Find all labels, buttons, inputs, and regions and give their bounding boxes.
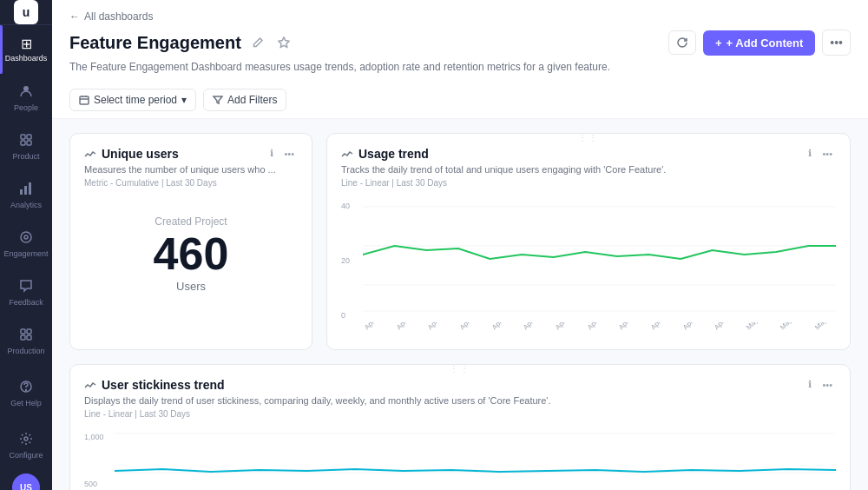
sidebar-label-help: Get Help: [10, 399, 42, 407]
y-label-40: 40: [341, 202, 359, 210]
metric-label: Created Project: [155, 215, 227, 228]
x-label: Apr 18: [522, 322, 551, 341]
usage-trend-info-button[interactable]: ℹ: [805, 146, 815, 161]
stickiness-info-button[interactable]: ℹ: [805, 377, 815, 392]
unique-users-meta: Metric - Cumulative | Last 30 Days: [84, 178, 298, 188]
svg-point-16: [24, 437, 28, 440]
svg-rect-5: [20, 189, 23, 195]
product-icon: [19, 133, 33, 149]
x-label: Apr 08: [363, 322, 392, 341]
avatar[interactable]: US: [12, 473, 40, 490]
x-label: May 02: [745, 322, 776, 341]
stickiness-header: User stickiness trend ℹ •••: [84, 377, 836, 392]
unique-users-widget: Unique users ℹ ••• Measures the number o…: [69, 133, 312, 350]
x-label: Apr 14: [458, 322, 488, 341]
usage-trend-header: Usage trend ℹ •••: [341, 146, 836, 161]
sidebar-label-engagement: Engagement: [3, 249, 48, 258]
refresh-button[interactable]: [668, 30, 696, 55]
edit-button[interactable]: [248, 35, 267, 50]
unique-users-header: Unique users ℹ •••: [84, 146, 298, 161]
filter-icon: [213, 95, 223, 105]
svg-rect-3: [21, 141, 25, 145]
stickiness-meta: Line - Linear | Last 30 Days: [84, 409, 836, 419]
add-filters-button[interactable]: Add Filters: [203, 89, 286, 111]
back-link[interactable]: ← All dashboards: [69, 10, 851, 23]
x-label: Apr 16: [490, 322, 520, 341]
feedback-icon: [19, 279, 33, 295]
stickiness-desc: Displays the daily trend of user stickin…: [84, 395, 836, 406]
add-content-button[interactable]: + + Add Content: [703, 30, 815, 56]
x-label: May 04: [779, 322, 810, 341]
svg-rect-2: [27, 135, 31, 139]
sidebar-item-analytics[interactable]: Analytics: [0, 171, 52, 220]
sidebar-label-production: Production: [7, 347, 44, 355]
engagement-icon: [19, 230, 33, 247]
usage-trend-y-labels: 40 20 0: [341, 198, 363, 337]
header-title-row: Feature Engagement + + Add Content •••: [69, 30, 851, 56]
star-button[interactable]: [274, 35, 293, 50]
stickiness-drag-handle: ⋮⋮: [450, 364, 470, 374]
sidebar-bottom: Production Get Help Configure US: [0, 317, 52, 490]
sidebar-item-get-help[interactable]: Get Help: [0, 369, 52, 418]
sidebar-item-dashboards[interactable]: ⊞ Dashboards: [0, 25, 52, 74]
stickiness-chart-icon: [84, 379, 96, 391]
sidebar-item-people[interactable]: People: [0, 74, 52, 122]
svg-rect-7: [29, 182, 31, 195]
configure-icon: [19, 432, 33, 448]
sidebar-label-dashboards: Dashboards: [5, 54, 48, 63]
help-icon: [19, 380, 33, 396]
usage-trend-desc: Tracks the daily trend of total and uniq…: [341, 164, 836, 175]
back-arrow-icon: ←: [69, 10, 80, 23]
trend-chart-icon: [341, 148, 353, 160]
more-options-button[interactable]: •••: [822, 30, 851, 56]
unique-users-metric: Created Project 460 Users: [84, 198, 298, 301]
usage-trend-svg: [363, 198, 836, 320]
svg-rect-17: [80, 96, 89, 104]
sidebar-logo: u: [0, 0, 52, 25]
header-left: Feature Engagement: [69, 33, 293, 53]
svg-rect-10: [21, 329, 25, 334]
unique-users-info-button[interactable]: ℹ: [266, 146, 277, 161]
unique-users-title-row: Unique users: [84, 147, 179, 161]
unique-users-more-button[interactable]: •••: [280, 147, 298, 161]
usage-trend-meta: Line - Linear | Last 30 Days: [341, 178, 836, 188]
unique-users-title: Unique users: [102, 147, 179, 161]
time-select-label: Select time period: [94, 94, 177, 106]
y-label-1000: 1,000: [84, 433, 111, 441]
stickiness-chart-container: 1,000 500 0: [84, 429, 836, 490]
usage-trend-more-button[interactable]: •••: [819, 147, 836, 161]
sidebar-label-people: People: [14, 103, 38, 112]
y-label-20: 20: [341, 256, 359, 265]
toolbar: Select time period ▾ Add Filters: [69, 82, 851, 118]
user-stickiness-widget: ⋮⋮ User stickiness trend ℹ ••• Displays …: [69, 364, 851, 490]
sidebar-item-product[interactable]: Product: [0, 122, 52, 171]
stickiness-svg: [115, 429, 836, 490]
usage-trend-actions: ℹ •••: [805, 146, 836, 161]
back-link-label: All dashboards: [84, 10, 153, 23]
sidebar-item-production[interactable]: Production: [0, 317, 52, 366]
svg-rect-6: [24, 186, 27, 195]
stickiness-title-row: User stickiness trend: [84, 378, 225, 392]
drag-handle: ⋮⋮: [578, 133, 599, 142]
y-label-0: 0: [341, 311, 359, 320]
header-description: The Feature Engagement Dashboard measure…: [69, 61, 851, 73]
usage-trend-widget: ⋮⋮ Usage trend ℹ ••• Tracks the daily tr…: [326, 133, 851, 350]
svg-rect-1: [21, 135, 25, 139]
calendar-icon: [79, 95, 89, 105]
stickiness-actions: ℹ •••: [805, 377, 836, 392]
widgets-row-1: Unique users ℹ ••• Measures the number o…: [69, 133, 851, 350]
sidebar-item-engagement[interactable]: Engagement: [0, 220, 52, 268]
sidebar-nav: ⊞ Dashboards People Product Analytics: [0, 25, 52, 317]
x-label: Apr 28: [681, 322, 711, 341]
chart-icon: [84, 148, 96, 160]
sidebar-item-configure[interactable]: Configure: [0, 421, 52, 470]
time-select-button[interactable]: Select time period ▾: [69, 89, 196, 111]
sidebar-item-feedback[interactable]: Feedback: [0, 268, 52, 317]
svg-rect-13: [27, 335, 31, 340]
header: ← All dashboards Feature Engagement + +: [52, 0, 868, 119]
plus-icon: +: [715, 36, 722, 50]
usage-trend-chart: Apr 08 Apr 10 Apr 12 Apr 14 Apr 16 Apr 1…: [363, 198, 836, 337]
x-label: Apr 24: [617, 322, 647, 341]
stickiness-more-button[interactable]: •••: [819, 378, 836, 392]
svg-point-0: [23, 86, 29, 91]
